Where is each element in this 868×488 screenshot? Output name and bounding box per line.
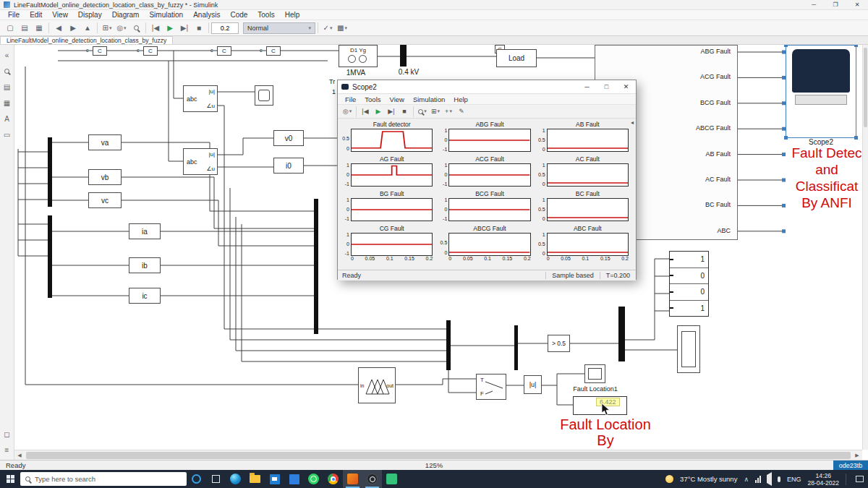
horizontal-scrollbar[interactable]: ◀ ▶ [14,450,862,460]
cortana-button[interactable] [187,470,206,488]
scope-measurements-button[interactable]: +▾ [442,106,455,117]
menu-diagram[interactable]: Diagram [107,11,145,19]
model-tab[interactable]: LineFaultModel_online_detection_location… [0,36,173,44]
abc-magnitude-block[interactable]: abc |u| ∠u [183,148,218,175]
scope-run-button[interactable]: ▶ [372,106,385,117]
text-button[interactable]: A [1,113,13,124]
file-explorer-button[interactable] [245,470,265,488]
run-button[interactable]: ▶ [163,22,177,35]
menu-file[interactable]: File [3,11,25,19]
menu-edit[interactable]: Edit [25,11,47,19]
scope-settings-button[interactable]: ◎▾ [341,106,354,117]
image-button[interactable]: ▦ [1,97,13,108]
store-button[interactable] [265,470,284,488]
menu-help[interactable]: Help [280,11,305,19]
language-indicator[interactable]: ENG [787,476,801,483]
viewmarks-button[interactable]: ◻ [1,428,13,440]
menu-simulation[interactable]: Simulation [144,11,188,19]
goto-vc-block[interactable]: vc [88,192,122,208]
annotation-fault-location[interactable]: Fault LocationBy [551,416,660,448]
capacitor-block[interactable]: C [217,46,231,56]
plot-area[interactable] [448,163,530,187]
goto-vb-block[interactable]: vb [88,169,122,185]
menu-tools[interactable]: Tools [360,95,385,103]
simulation-mode-select[interactable]: Normal ▾ [243,22,315,34]
mux-bar[interactable] [514,325,518,370]
vertical-scrollbar[interactable] [862,45,868,450]
your-phone-button[interactable] [382,470,401,488]
stop-button[interactable]: ■ [192,22,206,35]
goto-va-block[interactable]: va [88,134,122,150]
transformer-block[interactable]: D1 Yg [339,45,378,67]
scope-step-forward-button[interactable]: ▶| [385,106,398,117]
scope2-block[interactable] [786,45,856,138]
open-model-button[interactable]: ▤ [17,22,32,35]
menu-code[interactable]: Code [225,11,252,19]
mux-bar[interactable] [446,320,451,370]
scroll-right-icon[interactable]: ▶ [852,450,862,461]
clock[interactable]: 14:26 28-04-2022 [808,472,839,487]
area-button[interactable]: ▭ [1,129,13,140]
small-display-block[interactable] [255,85,273,106]
goto-ic-block[interactable]: ic [129,288,161,304]
back-button[interactable]: ◀ [51,22,66,35]
volume-icon[interactable] [767,475,772,483]
task-view-button[interactable] [206,470,226,488]
scope-zoom-button[interactable]: ▾ [416,106,429,117]
scope-close-button[interactable]: ✕ [616,80,636,93]
scope-stop-button[interactable]: ■ [398,106,411,117]
zoom-button[interactable] [1,65,13,77]
annotation-fault-detection[interactable]: Fault DetecandClassificatBy ANFI [786,145,868,211]
tray-expand-icon[interactable]: ∧ [744,476,749,483]
hide-library-browser-button[interactable]: « [1,49,13,61]
plot-area[interactable] [448,198,530,221]
plot-area[interactable] [547,163,629,187]
scope-style-button[interactable]: ✎ [455,106,468,117]
menu-view[interactable]: View [386,95,409,103]
menu-file[interactable]: File [341,95,360,103]
obs-button[interactable] [362,470,382,488]
capacitor-block[interactable]: C [143,46,158,56]
network-icon[interactable] [755,476,761,483]
edge-button[interactable] [226,470,245,488]
scroll-left-icon[interactable]: ◀ [14,450,25,461]
property-inspector-button[interactable]: ≡ [1,444,13,455]
simulink-button[interactable] [343,470,362,488]
bus-bar[interactable] [400,45,407,67]
microphone-icon[interactable] [778,476,780,482]
goto-v0-block[interactable]: v0 [273,130,304,146]
action-center-icon[interactable] [856,476,864,482]
goto-ib-block[interactable]: ib [129,257,161,273]
load-block[interactable]: Load [496,49,537,67]
titlebar[interactable]: LineFaultModel_online_detection_location… [0,0,868,10]
step-forward-button[interactable]: ▶| [177,22,192,35]
model-configuration-button[interactable]: ◎▾ [114,22,129,35]
scope-step-back-button[interactable]: |◀ [359,106,372,117]
fault-code-display[interactable]: 1001 [669,251,709,317]
update-diagram-button[interactable]: ✓▾ [320,22,335,35]
menu-view[interactable]: View [47,11,73,19]
menu-analysis[interactable]: Analysis [188,11,225,19]
capacitor-block[interactable]: C [266,46,281,56]
switch-block[interactable]: T F [476,374,506,400]
plot-area[interactable] [351,129,433,152]
horizontal-scroll-thumb[interactable] [26,452,851,459]
scope-titlebar[interactable]: Scope2 ─ □ ✕ [338,80,636,94]
plot-area[interactable] [448,233,530,256]
plot-area[interactable] [351,163,433,187]
annotation-button[interactable]: ▤ [1,81,13,93]
plot-area[interactable] [351,233,433,256]
mux-bar[interactable] [618,307,625,361]
goto-i0-block[interactable]: i0 [273,158,304,174]
mux-bar[interactable] [48,137,52,207]
threshold-block[interactable]: > 0.5 [548,335,570,352]
stop-time-input[interactable] [211,22,239,34]
search-button[interactable] [129,22,143,35]
collapse-legend-icon[interactable]: ◂ [631,119,634,126]
plot-area[interactable] [547,129,629,152]
weather-text[interactable]: 37°C Mostly sunny [680,475,737,483]
data-inspector-button[interactable]: ▩▾ [335,22,349,35]
scope-minimize-button[interactable]: ─ [577,80,597,93]
restore-button[interactable]: ❐ [825,0,846,9]
forward-button[interactable]: ▶ [66,22,80,35]
